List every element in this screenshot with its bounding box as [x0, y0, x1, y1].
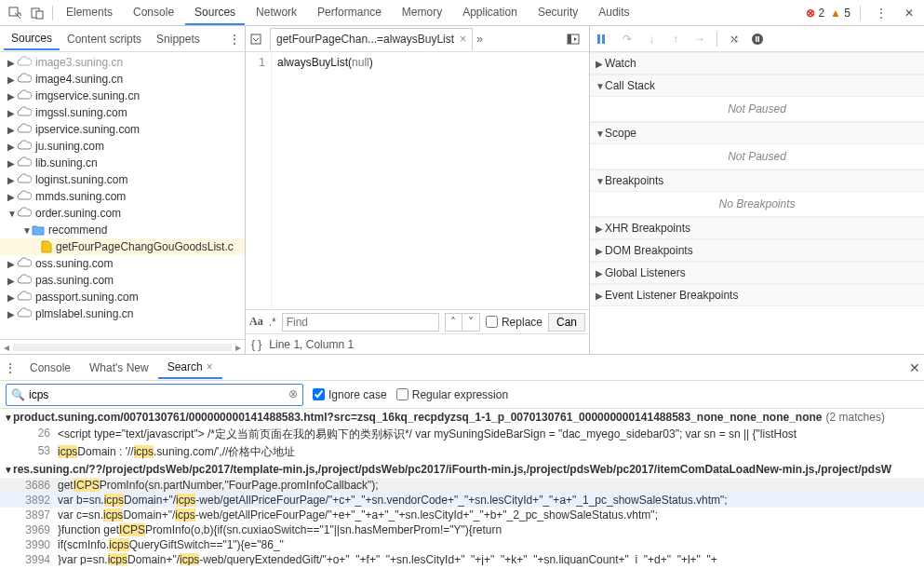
cursor-position: Line 1, Column 1: [269, 338, 354, 351]
nav-tab-sources[interactable]: Sources: [4, 28, 60, 50]
close-devtools-icon[interactable]: ✕: [898, 2, 920, 24]
drawer-close-icon[interactable]: ✕: [909, 360, 920, 375]
step-into-icon[interactable]: ↓: [644, 33, 659, 46]
tab-console[interactable]: Console: [124, 1, 183, 25]
tab-elements[interactable]: Elements: [57, 1, 122, 25]
navigator-tabs: Sources Content scripts Snippets ⋮: [0, 26, 245, 52]
close-tab-icon[interactable]: ×: [207, 360, 213, 373]
h-scrollbar[interactable]: ◂▸: [0, 339, 245, 354]
nav-tab-content-scripts[interactable]: Content scripts: [60, 29, 149, 49]
replace-label: Replace: [502, 316, 542, 329]
more-tabs-icon[interactable]: »: [476, 33, 483, 46]
editor-tab-bar: getFourPageChan...=alwaysBuyList × »: [246, 26, 589, 52]
search-results[interactable]: ▼product.suning.com/0070130761/000000000…: [0, 409, 924, 565]
tree-item: ▶loginst.suning.com: [0, 171, 245, 188]
find-input[interactable]: [282, 313, 439, 332]
tab-audits[interactable]: Audits: [589, 1, 638, 25]
section-watch[interactable]: ▶Watch: [590, 52, 924, 75]
result-line: 3686getICPSPromInfo(sn.partNumber,"FourP…: [0, 478, 924, 493]
errors-badge[interactable]: ⊗ 2: [806, 7, 824, 20]
tree-item: ▶oss.suning.com: [0, 255, 245, 272]
more-icon[interactable]: ⋮: [870, 2, 892, 24]
pause-icon[interactable]: [596, 34, 610, 45]
svg-rect-10: [758, 36, 760, 42]
tab-memory[interactable]: Memory: [393, 1, 451, 25]
result-line: 3994}var p=sn.icpsDomain+"/icps-web/quer…: [0, 552, 924, 565]
tab-network[interactable]: Network: [247, 1, 306, 25]
search-icon: 🔍: [11, 388, 25, 401]
source-file-tab[interactable]: getFourPageChan...=alwaysBuyList ×: [270, 28, 473, 50]
inspect-icon[interactable]: [4, 2, 26, 24]
tree-item: ▶mmds.suning.com: [0, 188, 245, 205]
code-editor[interactable]: 1 alwaysBuyList(null): [246, 52, 589, 309]
svg-point-8: [752, 34, 763, 45]
drawer-tabs: ⋮ Console What's New Search× ✕: [0, 355, 924, 381]
replace-checkbox[interactable]: [486, 316, 498, 328]
drawer-tab-search[interactable]: Search×: [158, 357, 222, 379]
scope-msg: Not Paused: [590, 144, 924, 169]
section-breakpoints[interactable]: ▼Breakpoints: [590, 169, 924, 192]
section-globals[interactable]: ▶Global Listeners: [590, 262, 924, 284]
debugger-controls: ↷ ↓ ↑ → ⤭: [590, 26, 924, 52]
nav-more-icon[interactable]: ⋮: [228, 32, 241, 47]
tree-folder: ▼recommend: [0, 222, 245, 238]
search-bar: 🔍 ⊗ Ignore case Regular expression: [0, 381, 924, 409]
tab-sources[interactable]: Sources: [185, 1, 245, 25]
drawer-more-icon[interactable]: ⋮: [4, 360, 17, 375]
tab-performance[interactable]: Performance: [308, 1, 391, 25]
device-toggle-icon[interactable]: [26, 2, 48, 24]
section-event-listeners[interactable]: ▶Event Listener Breakpoints: [590, 284, 924, 306]
result-line: 3990if(scmInfo.icpsQueryGiftSwitch=="1")…: [0, 537, 924, 552]
tree-file-selected: getFourPageChangGouGoodsList.c: [0, 238, 245, 255]
find-prev-icon[interactable]: ˄: [446, 314, 462, 331]
step-over-icon[interactable]: ↷: [620, 33, 635, 46]
svg-rect-3: [251, 34, 261, 44]
tab-application[interactable]: Application: [453, 1, 527, 25]
nav-tab-snippets[interactable]: Snippets: [149, 29, 208, 49]
drawer-tab-whatsnew[interactable]: What's New: [80, 358, 158, 378]
section-scope[interactable]: ▼Scope: [590, 122, 924, 144]
regex-toggle-icon[interactable]: .*: [269, 316, 276, 329]
tree-item: ▶plmslabel.suning.cn: [0, 305, 245, 322]
svg-rect-6: [597, 34, 600, 44]
result-file: ▼res.suning.cn/??/project/pdsWeb/pc2017/…: [0, 461, 924, 478]
result-line: 3892var b=sn.icpsDomain+"/icps-web/getAl…: [0, 493, 924, 508]
cancel-button[interactable]: Can: [548, 313, 585, 332]
tree-item: ▶pas.suning.com: [0, 272, 245, 289]
regex-checkbox[interactable]: [396, 388, 408, 400]
svg-rect-5: [568, 34, 571, 44]
step-icon[interactable]: →: [692, 33, 707, 46]
section-dom[interactable]: ▶DOM Breakpoints: [590, 239, 924, 262]
find-bar: Aa .* ˄˅ Replace Can: [246, 309, 589, 333]
tree-item: ▶lib.suning.cn: [0, 155, 245, 171]
result-line: 3897var c=sn.icpsDomain+"/icps-web/getAl…: [0, 508, 924, 522]
pause-on-exceptions-icon[interactable]: [751, 33, 766, 46]
result-line: 26<script type="text/javascript"> /*定义当前…: [0, 426, 924, 443]
tab-security[interactable]: Security: [529, 1, 587, 25]
top-tabs: Elements Console Sources Network Perform…: [57, 1, 806, 25]
result-file: ▼product.suning.com/0070130761/000000000…: [0, 409, 924, 426]
result-line: 53icpsDomain : '//icps.suning.com/',//价格…: [0, 443, 924, 461]
ignore-case-checkbox[interactable]: [313, 388, 325, 400]
callstack-msg: Not Paused: [590, 97, 924, 122]
section-xhr[interactable]: ▶XHR Breakpoints: [590, 217, 924, 239]
warnings-badge[interactable]: ▲ 5: [830, 7, 850, 20]
section-callstack[interactable]: ▼Call Stack: [590, 75, 924, 97]
tree-item: ▶passport.suning.com: [0, 289, 245, 305]
tab-dropdown-icon[interactable]: [249, 33, 266, 46]
find-next-icon[interactable]: ˅: [462, 314, 479, 331]
tree-item: ▶imgservice.suning.cn: [0, 88, 245, 104]
tree-item-expanded: ▼order.suning.com: [0, 205, 245, 222]
close-tab-icon[interactable]: ×: [460, 33, 466, 46]
search-input[interactable]: [6, 384, 303, 406]
toggle-sidebar-icon[interactable]: [567, 34, 585, 45]
tree-item: ▶ju.suning.com: [0, 138, 245, 155]
tree-item: ▶imgssl.suning.com: [0, 104, 245, 121]
deactivate-breakpoints-icon[interactable]: ⤭: [727, 33, 742, 46]
step-out-icon[interactable]: ↑: [668, 33, 683, 46]
drawer-tab-console[interactable]: Console: [20, 358, 80, 378]
sources-tree[interactable]: ▶image3.suning.cn ▶image4.suning.cn ▶img…: [0, 52, 245, 339]
match-case-icon[interactable]: Aa: [249, 315, 263, 329]
pretty-print-icon[interactable]: { }: [251, 338, 261, 351]
clear-search-icon[interactable]: ⊗: [288, 387, 298, 400]
